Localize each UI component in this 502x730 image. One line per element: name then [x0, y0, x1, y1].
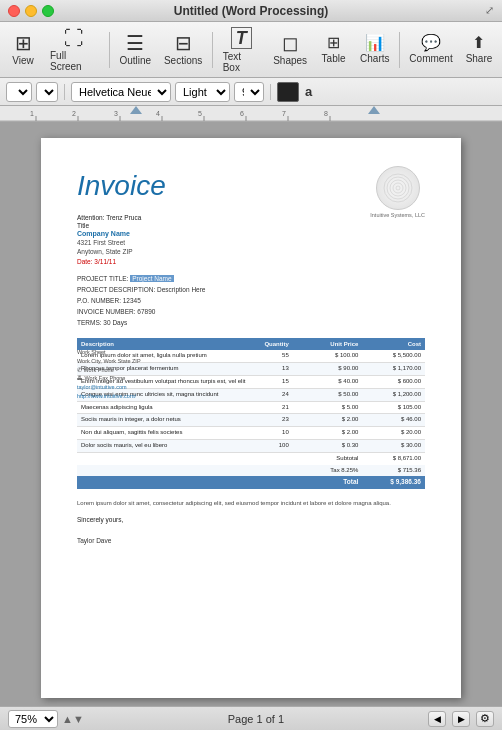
- row-cost: $ 20.00: [362, 427, 425, 440]
- toolbar-view[interactable]: ⊞ View: [4, 26, 42, 74]
- row-unit: $ 2.00: [293, 427, 363, 440]
- sender-website: http://www.intuitive.com/: [77, 392, 141, 401]
- document-page: Intuitive Systems, LLC Invoice Attention…: [41, 138, 461, 698]
- total-row: Total $ 9,386.36: [77, 476, 425, 488]
- address2-field: Anytown, State ZIP: [77, 247, 425, 256]
- row-qty: 100: [251, 440, 293, 453]
- minimize-button[interactable]: [25, 5, 37, 17]
- svg-text:1: 1: [30, 110, 34, 117]
- row-qty: 23: [251, 414, 293, 427]
- settings-button[interactable]: ⚙: [476, 711, 494, 727]
- project-details: PROJECT TITLE: Project Name PROJECT DESC…: [77, 273, 425, 328]
- share-icon: ⬆: [472, 35, 485, 51]
- statusbar-right: ◀ ▶ ⚙: [428, 711, 494, 727]
- comment-icon: 💬: [421, 35, 441, 51]
- svg-point-20: [384, 174, 412, 202]
- view-icon: ⊞: [15, 33, 32, 53]
- sender-info: Work Sheet Work City, Work State ZIP ✆ W…: [77, 348, 141, 401]
- sections-label: Sections: [164, 55, 202, 66]
- row-unit: $ 50.00: [293, 388, 363, 401]
- toolbar-comment[interactable]: 💬 Comment: [404, 26, 458, 74]
- format-separator-1: [64, 84, 65, 100]
- toolbar-separator-2: [212, 32, 213, 68]
- title-field: Title: [77, 222, 425, 229]
- sender-address: Work City, Work State ZIP: [77, 357, 141, 366]
- row-unit: $ 90.00: [293, 363, 363, 376]
- table-label: Table: [322, 53, 346, 64]
- toolbar-fullscreen[interactable]: ⛶ Full Screen: [44, 26, 105, 74]
- project-title: PROJECT TITLE: Project Name: [77, 273, 425, 284]
- svg-text:5: 5: [198, 110, 202, 117]
- maximize-button[interactable]: [42, 5, 54, 17]
- row-cost: $ 1,200.00: [362, 388, 425, 401]
- font-color-picker[interactable]: [277, 82, 299, 102]
- subtotal-row: Subtotal $ 8,671.00: [77, 452, 425, 464]
- toolbar-outline[interactable]: ☰ Outline: [114, 26, 157, 74]
- shapes-icon: ◻: [282, 33, 299, 53]
- svg-point-23: [393, 183, 403, 193]
- row-cost: $ 46.00: [362, 414, 425, 427]
- col-unit-price: Unit Price: [293, 338, 363, 350]
- table-row: Non dui aliquam, sagittis felis societes…: [77, 427, 425, 440]
- terms: TERMS: 30 Days: [77, 317, 425, 328]
- font-family-select[interactable]: Helvetica Neue: [71, 82, 171, 102]
- prev-page-button[interactable]: ◀: [428, 711, 446, 727]
- svg-text:7: 7: [282, 110, 286, 117]
- table-row: Sociis mauris in integer, a dolor netus …: [77, 414, 425, 427]
- invoice-number: INVOICE NUMBER: 67890: [77, 306, 425, 317]
- address1-field: 4321 First Street: [77, 238, 425, 247]
- paragraph-style-select[interactable]: ¶: [6, 82, 32, 102]
- font-size-select[interactable]: 9: [234, 82, 264, 102]
- share-label: Share: [466, 53, 493, 64]
- statusbar-left: 75% ▲▼: [8, 710, 84, 728]
- row-cost: $ 105.00: [362, 401, 425, 414]
- expand-icon[interactable]: ⤢: [485, 4, 494, 17]
- charts-icon: 📊: [365, 35, 385, 51]
- format-separator-2: [270, 84, 271, 100]
- zoom-select[interactable]: 75%: [8, 710, 58, 728]
- date-label: Date:: [77, 258, 93, 265]
- toolbar-separator-1: [109, 32, 110, 68]
- toolbar-textbox[interactable]: T Text Box: [217, 26, 266, 74]
- col-quantity: Quantity: [251, 338, 293, 350]
- next-page-button[interactable]: ▶: [452, 711, 470, 727]
- row-cost: $ 600.00: [362, 376, 425, 389]
- row-desc: Dolor sociis mauris, vel eu libero: [77, 440, 251, 453]
- col-cost: Cost: [362, 338, 425, 350]
- close-button[interactable]: [8, 5, 20, 17]
- signature: Taylor Dave: [77, 537, 425, 544]
- format-bar: ¶ a Helvetica Neue Light 9 a: [0, 78, 502, 106]
- row-qty: 10: [251, 427, 293, 440]
- toolbar-table[interactable]: ⊞ Table: [315, 26, 353, 74]
- row-qty: 13: [251, 363, 293, 376]
- svg-point-24: [396, 186, 400, 190]
- font-weight-select[interactable]: Light: [175, 82, 230, 102]
- sections-icon: ⊟: [175, 33, 192, 53]
- date-value: 3/11/11: [94, 258, 116, 265]
- scroll-area[interactable]: Intuitive Systems, LLC Invoice Attention…: [0, 122, 502, 706]
- project-name-highlight: Project Name: [130, 275, 173, 282]
- sender-fax: 🖷 Work Fax Phone: [77, 374, 141, 383]
- row-unit: $ 0.30: [293, 440, 363, 453]
- po-number: P.O. NUMBER: 12345: [77, 295, 425, 306]
- window-controls: [8, 5, 54, 17]
- subtotal-value: $ 8,671.00: [362, 452, 425, 464]
- svg-text:2: 2: [72, 110, 76, 117]
- toolbar-share[interactable]: ⬆ Share: [460, 26, 498, 74]
- row-desc: Maecenas adipiscing ligula: [77, 401, 251, 414]
- toolbar-sections[interactable]: ⊟ Sections: [159, 26, 208, 74]
- date-field: Date: 3/11/11: [77, 258, 425, 265]
- toolbar-charts[interactable]: 📊 Charts: [355, 26, 395, 74]
- svg-point-22: [390, 180, 406, 196]
- comment-label: Comment: [409, 53, 452, 64]
- style-select[interactable]: a: [36, 82, 58, 102]
- tax-row: Tax 8.25% $ 715.36: [77, 465, 425, 477]
- main-area: Intuitive Systems, LLC Invoice Attention…: [0, 122, 502, 706]
- total-label: Total: [293, 476, 363, 488]
- toolbar-shapes[interactable]: ◻ Shapes: [268, 26, 313, 74]
- sender-phone: ✆ Work Phone: [77, 366, 141, 375]
- logo-company-name: Intuitive Systems, LLC: [370, 212, 425, 218]
- font-style-indicator: a: [303, 84, 314, 99]
- subtotal-label: Subtotal: [293, 452, 363, 464]
- row-unit: $ 40.00: [293, 376, 363, 389]
